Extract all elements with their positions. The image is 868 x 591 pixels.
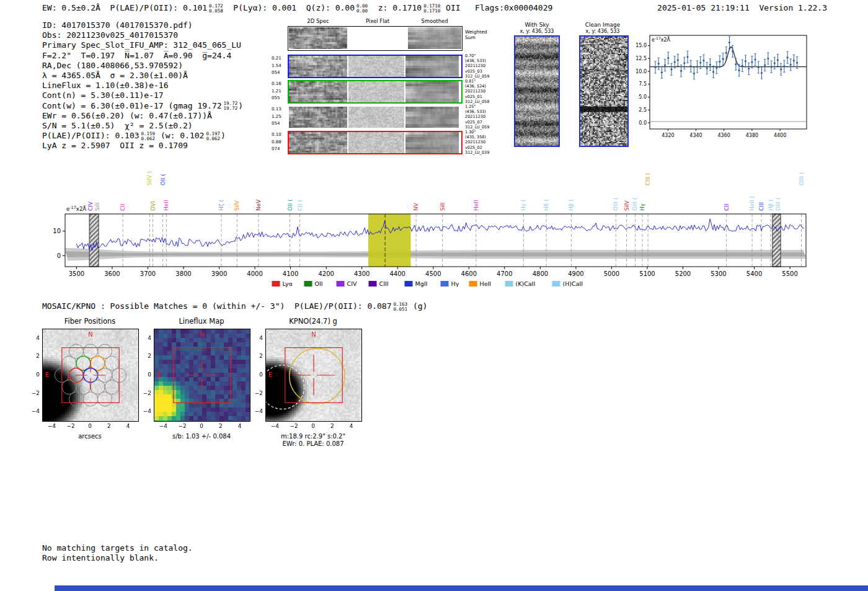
svg-text:CIV: CIV bbox=[347, 280, 357, 287]
fiber-source-line: 312_LU_058 bbox=[465, 99, 505, 104]
smoothed-cell-image bbox=[405, 81, 459, 102]
svg-text:(K)CaII: (K)CaII bbox=[516, 280, 536, 287]
svg-text:7.5: 7.5 bbox=[639, 81, 647, 87]
fiber-source-line: v025_02 bbox=[465, 145, 505, 150]
svg-text:CIII: CIII bbox=[379, 280, 389, 287]
svg-text:4360: 4360 bbox=[718, 133, 730, 138]
fiber-source-line: 0.70" bbox=[465, 53, 505, 58]
fiber-source-line: v025_01 bbox=[465, 94, 505, 99]
fiber-source-line: 1.25" bbox=[465, 104, 505, 109]
text-segment: ) bbox=[221, 131, 226, 140]
svg-text:4800: 4800 bbox=[533, 270, 548, 277]
fiber-weight-value: 054 bbox=[272, 120, 286, 128]
svg-text:CIII (: CIII ( bbox=[645, 172, 651, 185]
text-segment: (w: 0.102 bbox=[156, 131, 204, 140]
fiber-weight-value: 0.88 bbox=[272, 139, 286, 146]
x-tick-label: 2 bbox=[215, 423, 227, 429]
svg-text:Lyα: Lyα bbox=[283, 280, 293, 287]
svg-text:Hβ (: Hβ ( bbox=[568, 199, 574, 211]
x-tick-label: 2 bbox=[103, 423, 115, 429]
x-tick-label: 0 bbox=[307, 423, 319, 429]
fiber-row-weights: 0.131.25054 bbox=[272, 106, 286, 128]
smoothed-cell-image bbox=[405, 107, 459, 128]
svg-text:OIII (: OIII ( bbox=[775, 198, 781, 211]
svg-text:Hγ (: Hγ ( bbox=[520, 200, 526, 211]
text-segment: Primary Spec_Slot_IFU_AMP: 312_045_065_L… bbox=[42, 40, 241, 50]
fiber-row-source-info: 0.81"(436, 524)20211230v025_01312_LU_058 bbox=[465, 79, 505, 104]
2dspec-cell-image bbox=[289, 132, 347, 153]
y-tick-label: 0 bbox=[250, 371, 263, 378]
kpno-title: KPNO(24.7) g bbox=[265, 317, 361, 326]
svg-text:Hβ (: Hβ ( bbox=[768, 199, 774, 211]
svg-text:CII: CII bbox=[724, 203, 730, 211]
fiber-positions-title: Fiber Positions bbox=[42, 317, 138, 326]
svg-text:3500: 3500 bbox=[69, 270, 84, 277]
text-segment: λ = 4365.05Å σ = 2.30(±1.00)Å bbox=[42, 71, 188, 80]
svg-text:4500: 4500 bbox=[425, 270, 441, 277]
x-tick-label: −4 bbox=[268, 423, 281, 429]
lineflux-caption: s/b: 1.03 +/- 0.084 bbox=[154, 433, 249, 440]
withsky-coords: x, y: 436, 533 bbox=[511, 29, 563, 34]
2dspec-cell-image bbox=[289, 81, 347, 102]
fiber-weight-value: 0.13 bbox=[272, 106, 286, 113]
pixelflat-cell-image bbox=[348, 132, 404, 153]
fiber-positions-map bbox=[42, 329, 139, 422]
svg-text:e-17x2Å: e-17x2Å bbox=[652, 36, 671, 43]
svg-text:12.5: 12.5 bbox=[636, 56, 647, 61]
svg-text:HeII: HeII bbox=[480, 280, 492, 287]
y-tick-label: 2 bbox=[27, 353, 40, 359]
kpno-caption-2: EWr: 0. PLAE: 0.087 bbox=[265, 440, 361, 447]
svg-text:4320: 4320 bbox=[662, 133, 674, 138]
info-line: F=2.2" T=0.197 N̅=1.07 A̅=0.90 g̅=24.4 bbox=[42, 51, 243, 61]
text-segment: P(LAE)/P(OII): 0.103 bbox=[42, 131, 140, 140]
stacked-uncertainty: 0.17100.1710 bbox=[423, 4, 440, 13]
report-timestamp-version: 2025-01-05 21:19:11 Version 1.22.3 bbox=[657, 3, 827, 12]
stacked-uncertainty: 0.1590.062 bbox=[141, 131, 156, 141]
stacked-uncertainty: 0.1630.051 bbox=[394, 302, 408, 311]
svg-text:CIV: CIV bbox=[87, 201, 94, 211]
svg-text:4200: 4200 bbox=[318, 270, 334, 277]
x-tick-label: 4 bbox=[345, 423, 358, 429]
svg-text:SiIV: SiIV bbox=[234, 200, 240, 211]
svg-text:SiII: SiII bbox=[440, 202, 446, 211]
fiber-row-weights: 0.161.21055 bbox=[272, 81, 286, 102]
text-segment: RA,Dec (180.408066,53.970592) bbox=[42, 61, 183, 70]
y-tick-label: −4 bbox=[139, 408, 151, 414]
fiber-weight-value: 1.54 bbox=[272, 63, 286, 70]
y-tick-label: 4 bbox=[139, 335, 151, 341]
lineflux-map-title: Lineflux Map bbox=[154, 317, 249, 326]
svg-text:4000: 4000 bbox=[247, 270, 262, 277]
text-segment: EW: 0.5±0.2Å P(LAE)/P(OII): 0.101 bbox=[42, 3, 207, 12]
text-segment: ) bbox=[238, 101, 243, 110]
fiber-row-source-info: 0.70"(436, 533)20211230v025_03312_LU_059 bbox=[465, 53, 505, 79]
svg-text:Hγ: Hγ bbox=[451, 280, 459, 287]
svg-text:CII: CII bbox=[120, 203, 126, 211]
svg-text:(H)CaII: (H)CaII bbox=[563, 280, 583, 287]
svg-text:4300: 4300 bbox=[354, 270, 370, 277]
svg-text:10.0: 10.0 bbox=[636, 69, 647, 74]
weighted-sum-label-line: Weighted bbox=[465, 29, 487, 35]
svg-text:CIII: CIII bbox=[758, 202, 764, 211]
fiber-xlabel: arcsecs bbox=[42, 433, 138, 440]
fiber-row bbox=[288, 55, 463, 78]
fiber-weight-value: 0.21 bbox=[272, 55, 286, 63]
y-tick-label: 2 bbox=[139, 353, 151, 359]
svg-text:10: 10 bbox=[53, 228, 61, 234]
fiber-weight-value: 0.16 bbox=[272, 81, 286, 88]
header-summary-line: EW: 0.5±0.2Å P(LAE)/P(OII): 0.1010.1720.… bbox=[42, 3, 552, 13]
y-tick-label: −4 bbox=[250, 408, 263, 414]
info-line: LineFlux = 1.10(±0.38)e-16 bbox=[42, 81, 243, 91]
svg-text:SiIV (: SiIV ( bbox=[146, 171, 153, 185]
col-header-pixelflat: Pixel Flat bbox=[350, 18, 405, 24]
fiber-row bbox=[288, 80, 463, 104]
info-line: Cont(n) = 5.30(±0.11)e-17 bbox=[42, 91, 243, 100]
x-tick-label: 0 bbox=[195, 423, 208, 429]
svg-text:OII: OII bbox=[315, 280, 323, 287]
col-header-2dspec: 2D Spec bbox=[290, 18, 346, 24]
text-segment: Cont(w) = 6.30(±0.01)e-17 (gmag 19.72 bbox=[42, 101, 222, 110]
svg-text:OII (: OII ( bbox=[160, 174, 166, 185]
svg-text:OIII (: OIII ( bbox=[799, 172, 805, 185]
svg-text:5300: 5300 bbox=[711, 270, 726, 277]
x-tick-label: −4 bbox=[157, 423, 169, 429]
svg-text:Hδ (: Hδ ( bbox=[543, 199, 549, 211]
